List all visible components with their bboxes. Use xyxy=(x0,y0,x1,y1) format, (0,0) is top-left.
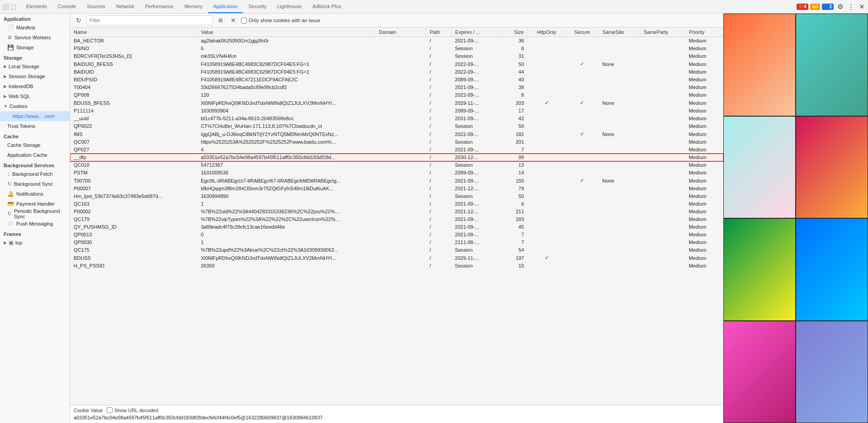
table-row[interactable]: BDUSS_BFESSXl0NlFpRDhxQ0lKNDJndTdxNWtNdl… xyxy=(70,99,723,107)
clear-filter-button[interactable]: ✕ xyxy=(228,15,238,25)
sidebar-item-bg-fetch[interactable]: ↓ Background Fetch xyxy=(0,169,70,179)
col-header-sameparty[interactable]: SameParty xyxy=(640,28,685,37)
col-header-httponly[interactable]: HttpOnly xyxy=(528,28,566,37)
tab-application[interactable]: Application xyxy=(208,0,243,13)
issue-filter-label[interactable]: Only show cookies with an issue xyxy=(241,18,320,24)
cookie-table-container[interactable]: Name Value Domain Path Expires / ... Siz… xyxy=(70,28,723,405)
tab-elements[interactable]: Elements xyxy=(21,0,52,13)
sidebar-item-push-messaging[interactable]: 📨 Push Messaging xyxy=(0,219,70,229)
tab-console[interactable]: Console xyxy=(52,0,81,13)
cell-domain xyxy=(375,60,426,68)
sidebar-item-indexeddb[interactable]: IndexedDB xyxy=(0,81,70,91)
tab-memory[interactable]: Memory xyxy=(179,0,208,13)
close-icon[interactable]: ✕ xyxy=(857,2,866,11)
table-row[interactable]: BDRCVFR[Ter2S3H5o_D]mk3SLVN4HKm/Session3… xyxy=(70,52,723,60)
tab-lighthouse[interactable]: Lighthouse xyxy=(272,0,307,13)
col-header-expires[interactable]: Expires / ... xyxy=(451,28,502,37)
issue-filter-checkbox[interactable] xyxy=(241,18,247,24)
cell-domain xyxy=(375,254,426,262)
table-row[interactable]: T00700Egci9L-tIRABEgcIz7-tIRABEgcI67-tIR… xyxy=(70,177,723,185)
sidebar-item-cookie-domain[interactable]: https://www... .com xyxy=(0,111,70,121)
filter-options-icon[interactable]: ⊞ xyxy=(216,15,226,25)
filter-input[interactable] xyxy=(86,15,213,25)
table-row[interactable]: QC175%7B%22upd%22%3Atrue%2C%22ct%22%3A16… xyxy=(70,246,723,254)
cookie-value-panel: Cookie Value Show URL decoded a03351e52a… xyxy=(70,405,723,423)
cell-domain xyxy=(375,37,426,45)
tab-sources[interactable]: Sources xyxy=(81,0,110,13)
cell-path: / xyxy=(426,246,451,254)
table-row[interactable]: __uuidbf1c477b-5211-a34a-8610-20483568e8… xyxy=(70,115,723,122)
sidebar-item-bg-sync[interactable]: ↻ Background Sync xyxy=(0,179,70,189)
sidebar-item-local-storage[interactable]: Local Storage xyxy=(0,61,70,71)
cell-secure xyxy=(566,262,599,270)
sidebar-item-top-frame[interactable]: ▣ top xyxy=(0,238,70,248)
sidebar-item-cookies[interactable]: Cookies xyxy=(0,101,70,111)
inspect-icon[interactable]: ⬚ xyxy=(10,3,17,10)
tab-security[interactable]: Security xyxy=(243,0,272,13)
table-row[interactable]: QC1631/2021-09-...6Medium xyxy=(70,200,723,208)
table-row[interactable]: QC01054712367/Session13Medium xyxy=(70,161,723,169)
table-row[interactable]: H_PS_PSSID26350/Session15Medium xyxy=(70,262,723,270)
sidebar-item-storage[interactable]: 💾 Storage xyxy=(0,42,70,52)
more-icon[interactable]: ⋮ xyxy=(846,2,855,11)
sidebar-item-application-cache[interactable]: Application Cache xyxy=(0,150,70,160)
sidebar-item-service-workers[interactable]: ⚙ Service Workers xyxy=(0,33,70,42)
col-header-path[interactable]: Path xyxy=(426,28,451,37)
table-row[interactable]: BDUSSXl0NlFpRDhxQ0lKNDJndTdxNWtNdlQtZ1JU… xyxy=(70,254,723,262)
sidebar-item-websql[interactable]: Web SQL xyxy=(0,91,70,101)
cell-name: P00007 xyxy=(70,185,197,193)
show-url-decoded-label[interactable]: Show URL decoded xyxy=(107,407,158,413)
table-row[interactable]: BAIDUID_BFESSF41058919A8E4BC4983C62987DC… xyxy=(70,60,723,68)
sidebar-item-cache-storage[interactable]: Cache Storage xyxy=(0,140,70,150)
table-row[interactable]: BIDUPSIDF41058919A8E4BC47211EDCF9ACFAE2C… xyxy=(70,76,723,84)
col-header-priority[interactable]: Priority xyxy=(685,28,723,37)
sidebar-item-periodic-bg-sync[interactable]: ↻ Periodic Background Sync xyxy=(0,209,70,219)
table-row[interactable]: QY_PUSHMSG_ID3a89eadc4f75c39cfc13cae16ee… xyxy=(70,223,723,231)
table-row[interactable]: QP0022CT%7CHuBei_WuHan-171.113.8.107%7Cb… xyxy=(70,122,723,130)
table-row[interactable]: PSTM1631009536/2089-09-...14Medium xyxy=(70,169,723,177)
cell-sameparty xyxy=(640,115,685,122)
show-url-decoded-checkbox[interactable] xyxy=(107,407,113,413)
table-row[interactable]: __dfpa03351e52a7bc04e08a4597b45f511aff0c… xyxy=(70,154,723,161)
tab-adblock[interactable]: Adblock Plus xyxy=(307,0,347,13)
table-row[interactable]: IMSIggQABj_u-OJ8ioqCiBkNTljY2YzNTQ5MDNmM… xyxy=(70,130,723,138)
table-row[interactable]: QC007https%2525253A%2525252F%2525252Fwww… xyxy=(70,138,723,146)
right-panel-inner xyxy=(723,14,868,423)
cell-value: https%2525253A%2525252F%2525252Fwww.baid… xyxy=(197,138,375,146)
col-header-name[interactable]: Name xyxy=(70,28,197,37)
dock-icon[interactable]: ⬜ xyxy=(2,3,9,10)
sidebar-item-trust-tokens[interactable]: Trust Tokens xyxy=(0,121,70,131)
cell-secure xyxy=(566,122,599,130)
col-header-secure[interactable]: Secure xyxy=(566,28,599,37)
cell-name: __uuid xyxy=(70,115,197,122)
table-row[interactable]: BAIDUIDF41058919A8E4BC4983C62987DCF04E5:… xyxy=(70,68,723,76)
col-header-samesite[interactable]: SameSite xyxy=(599,28,640,37)
table-row[interactable]: P00002%7B%22uid%22%3A4404283315336236%2C… xyxy=(70,208,723,216)
table-row[interactable]: QP0274/2021-09-...7Medium xyxy=(70,146,723,154)
cell-domain xyxy=(375,138,426,146)
sidebar-item-session-storage[interactable]: Session Storage xyxy=(0,71,70,81)
col-header-value[interactable]: Value xyxy=(197,28,375,37)
col-header-size[interactable]: Size xyxy=(502,28,528,37)
table-row[interactable]: BA_HECTORag2lahak0h25050l1m1gjg3ln0r/202… xyxy=(70,37,723,45)
table-row[interactable]: P1111141630993904/2089-09-...17Medium xyxy=(70,107,723,115)
col-header-domain[interactable]: Domain xyxy=(375,28,426,37)
refresh-button[interactable]: ↻ xyxy=(74,15,84,25)
sidebar-item-manifest[interactable]: 📄 Manifest xyxy=(0,23,70,33)
table-row[interactable]: QP00130/2021-09-...7Medium xyxy=(70,231,723,239)
sidebar-item-notifications[interactable]: 🔔 Notifications xyxy=(0,189,70,199)
tab-network[interactable]: Network xyxy=(111,0,140,13)
tab-performance[interactable]: Performance xyxy=(140,0,179,13)
table-row[interactable]: Hm_lpvt_53b7374a63c37483e5dd97d...163099… xyxy=(70,193,723,200)
sidebar-item-payment-handler[interactable]: 💳 Payment Handler xyxy=(0,199,70,209)
table-row[interactable]: PSINO6/Session6Medium xyxy=(70,45,723,52)
table-row[interactable]: P00007bfkHQqqm3f8m1fHCl5Ivm3r75ZQtGFyfn5… xyxy=(70,185,723,193)
show-url-decoded-text: Show URL decoded xyxy=(114,408,158,413)
table-row[interactable]: T0040433d26667627534bada5c89e99cb2cdf2/2… xyxy=(70,84,723,91)
table-row[interactable]: QP008120/2022-09-...8Medium xyxy=(70,91,723,99)
table-row[interactable]: QP00301/2111-08-...7Medium xyxy=(70,239,723,246)
settings-icon[interactable]: ⚙ xyxy=(835,2,844,11)
table-row[interactable]: QC179%7B%22vipTypes%22%3A%22%22%2C%22use… xyxy=(70,216,723,223)
cell-size: 99 xyxy=(502,154,528,161)
cell-value: 1 xyxy=(197,200,375,208)
